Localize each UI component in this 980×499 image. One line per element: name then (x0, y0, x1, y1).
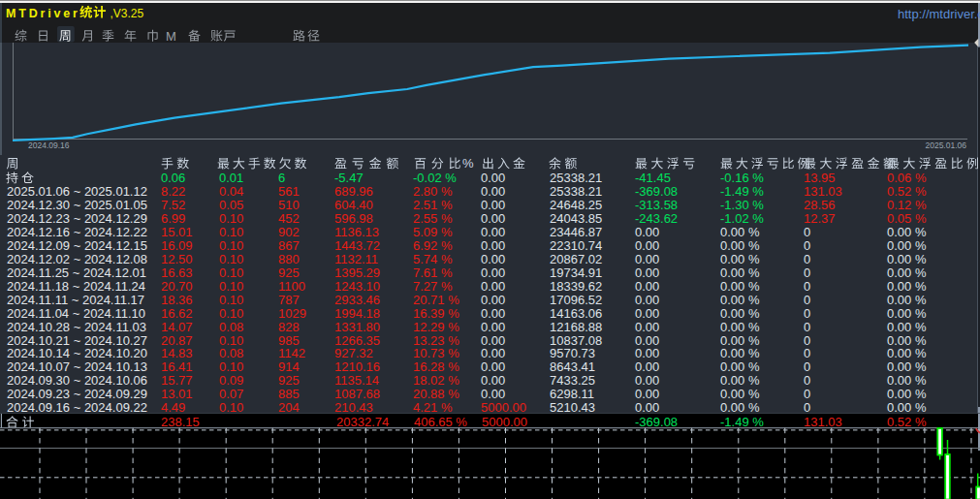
svg-text:885: 885 (278, 387, 300, 401)
svg-text:2024.12.09 ~ 2024.12.15: 2024.12.09 ~ 2024.12.15 (7, 238, 147, 253)
svg-text:1331.80: 1331.80 (334, 320, 380, 334)
svg-text:14.83: 14.83 (161, 346, 193, 360)
svg-text:2025.01.06 ~ 2025.01.12: 2025.01.06 ~ 2025.01.12 (7, 184, 147, 199)
svg-text:9570.73: 9570.73 (550, 346, 595, 360)
svg-text:1100: 1100 (278, 279, 305, 294)
svg-text:0.05 %: 0.05 % (887, 211, 927, 226)
svg-text:16.63: 16.63 (161, 265, 193, 280)
svg-text:16.41: 16.41 (161, 359, 193, 374)
svg-text:238.15: 238.15 (161, 415, 200, 429)
svg-text:12.29 %: 12.29 % (413, 320, 459, 334)
svg-text:131.03: 131.03 (804, 184, 842, 199)
svg-text:0.04: 0.04 (219, 184, 243, 199)
svg-text:0.00 %: 0.00 % (720, 333, 760, 348)
svg-text:0.00: 0.00 (481, 373, 505, 388)
svg-text:0: 0 (804, 373, 810, 388)
svg-text:0: 0 (804, 346, 810, 360)
svg-text:0.00 %: 0.00 % (720, 320, 760, 334)
svg-text:0.00: 0.00 (481, 359, 505, 374)
svg-text:16.09: 16.09 (161, 238, 193, 253)
svg-text:0.08: 0.08 (219, 320, 243, 334)
svg-text:2025.01.06: 2025.01.06 (925, 140, 966, 150)
svg-text:0.00: 0.00 (635, 252, 659, 266)
svg-text:596.98: 596.98 (334, 211, 373, 226)
svg-text:-1.02 %: -1.02 % (720, 211, 764, 226)
svg-text:604.40: 604.40 (334, 198, 373, 212)
svg-text:914: 914 (278, 359, 300, 374)
svg-text:2024.12.16 ~ 2024.12.22: 2024.12.16 ~ 2024.12.22 (7, 225, 147, 239)
svg-text:18339.62: 18339.62 (550, 279, 602, 294)
svg-text:0: 0 (804, 279, 810, 294)
svg-text:14163.06: 14163.06 (550, 306, 602, 321)
svg-text:20867.02: 20867.02 (550, 252, 602, 266)
svg-text:787: 787 (278, 293, 300, 307)
svg-text:2024.09.16: 2024.09.16 (28, 140, 70, 150)
svg-text:1443.72: 1443.72 (334, 238, 380, 253)
svg-text:0.00: 0.00 (481, 293, 505, 307)
svg-text:2024.10.21 ~ 2024.10.27: 2024.10.21 ~ 2024.10.27 (7, 333, 147, 348)
svg-text:1135.14: 1135.14 (334, 373, 379, 388)
svg-text:-1.49 %: -1.49 % (720, 415, 764, 429)
svg-text:1395.29: 1395.29 (334, 265, 380, 280)
svg-text:0.10: 0.10 (219, 225, 243, 239)
svg-text:0.00: 0.00 (635, 320, 659, 334)
svg-text:0.00 %: 0.00 % (887, 293, 927, 307)
svg-text:0.00 %: 0.00 % (887, 225, 927, 239)
svg-text:2024.10.28 ~ 2024.11.03: 2024.10.28 ~ 2024.11.03 (7, 320, 146, 334)
svg-text:http://mtdriver.c: http://mtdriver.c (898, 7, 980, 21)
svg-text:-369.08: -369.08 (635, 184, 678, 199)
svg-text:0.07: 0.07 (219, 387, 243, 401)
svg-text:1266.35: 1266.35 (334, 333, 380, 348)
svg-text:902: 902 (278, 225, 300, 239)
svg-text:-243.62: -243.62 (635, 211, 678, 226)
svg-text:-1.30 %: -1.30 % (720, 198, 764, 212)
svg-text:13.01: 13.01 (161, 387, 193, 401)
svg-text:0: 0 (804, 265, 810, 280)
svg-text:0.00 %: 0.00 % (887, 238, 927, 253)
svg-text:0.10: 0.10 (219, 211, 243, 226)
svg-text:13.23 %: 13.23 % (413, 333, 459, 348)
svg-text:20.71 %: 20.71 % (413, 293, 459, 307)
svg-text:1132.11: 1132.11 (334, 252, 378, 266)
svg-text:0.00: 0.00 (481, 252, 505, 266)
svg-text:510: 510 (278, 198, 300, 212)
svg-text:0.00 %: 0.00 % (720, 225, 760, 239)
svg-text:0.10: 0.10 (219, 333, 243, 348)
svg-text:0: 0 (804, 306, 810, 321)
svg-text:20332.74: 20332.74 (336, 415, 389, 429)
svg-text:1087.68: 1087.68 (334, 387, 380, 401)
svg-text:0.00 %: 0.00 % (887, 387, 927, 401)
svg-text:0.00: 0.00 (635, 306, 659, 321)
svg-text:1210.16: 1210.16 (334, 359, 380, 374)
svg-text:2.51 %: 2.51 % (413, 198, 453, 212)
svg-text:-369.08: -369.08 (635, 415, 678, 429)
svg-text:0.00: 0.00 (481, 387, 505, 401)
svg-text:561: 561 (278, 184, 300, 199)
svg-text:0.10: 0.10 (219, 238, 243, 253)
svg-text:0.10: 0.10 (219, 252, 243, 266)
svg-text:0.00: 0.00 (481, 320, 505, 334)
svg-text:0.05: 0.05 (219, 198, 243, 212)
svg-text:0.00 %: 0.00 % (887, 265, 927, 280)
svg-text:19734.91: 19734.91 (550, 265, 602, 280)
svg-text:5.74 %: 5.74 % (413, 252, 453, 266)
svg-text:880: 880 (278, 252, 300, 266)
svg-text:24648.25: 24648.25 (550, 198, 602, 212)
svg-text:0: 0 (804, 333, 810, 348)
svg-text:5.09 %: 5.09 % (413, 225, 453, 239)
svg-text:0.00: 0.00 (481, 265, 505, 280)
svg-text:15.01: 15.01 (161, 225, 193, 239)
svg-text:,V3.25: ,V3.25 (111, 7, 144, 20)
svg-text:0.00: 0.00 (635, 346, 659, 360)
svg-text:-313.58: -313.58 (635, 198, 678, 212)
svg-text:16.39 %: 16.39 % (413, 306, 459, 321)
svg-text:15.77: 15.77 (161, 373, 193, 388)
svg-text:20.87: 20.87 (161, 333, 193, 348)
svg-text:0: 0 (804, 320, 810, 334)
svg-text:0.00 %: 0.00 % (720, 387, 760, 401)
svg-text:M: M (166, 29, 176, 44)
svg-text:10.73 %: 10.73 % (413, 346, 459, 360)
svg-text:0.00: 0.00 (635, 387, 659, 401)
svg-text:985: 985 (278, 333, 300, 348)
svg-text:12168.88: 12168.88 (550, 320, 602, 334)
